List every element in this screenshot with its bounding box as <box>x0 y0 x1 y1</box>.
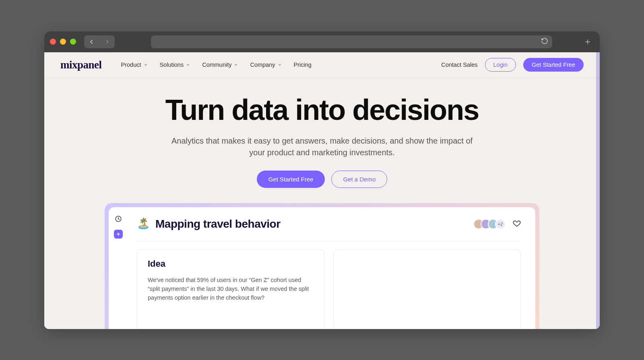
avatar-overflow: +2 <box>495 219 506 229</box>
get-started-button[interactable]: Get Started Free <box>523 58 584 72</box>
url-bar[interactable] <box>151 35 552 48</box>
add-button[interactable] <box>114 230 123 239</box>
hero: Turn data into decisions Analytics that … <box>44 78 600 188</box>
traffic-lights <box>50 39 76 45</box>
nav-link-label: Company <box>250 62 275 68</box>
dashboard-header: 🏝️ Mapping travel behavior +2 <box>137 218 521 241</box>
chevron-down-icon <box>144 63 148 67</box>
nav-link-solutions[interactable]: Solutions <box>160 62 190 68</box>
close-window-icon[interactable] <box>50 39 56 45</box>
contact-sales-link[interactable]: Contact Sales <box>441 62 477 68</box>
island-icon: 🏝️ <box>137 218 150 228</box>
nav-buttons <box>84 35 115 48</box>
nav-link-label: Community <box>202 62 231 68</box>
top-nav: mixpanel Product Solutions Community <box>44 52 600 78</box>
hero-ctas: Get Started Free Get a Demo <box>44 171 600 188</box>
maximize-window-icon[interactable] <box>70 39 76 45</box>
card-title: Idea <box>148 259 314 269</box>
nav-link-company[interactable]: Company <box>250 62 281 68</box>
page-content: mixpanel Product Solutions Community <box>44 52 600 329</box>
chevron-down-icon <box>278 63 282 67</box>
new-tab-button[interactable] <box>581 35 594 48</box>
hero-headline: Turn data into decisions <box>44 93 600 126</box>
dashboard-preview: 🏝️ Mapping travel behavior +2 <box>105 203 539 329</box>
nav-links: Product Solutions Community Company <box>121 62 312 68</box>
collaborator-avatars[interactable]: +2 <box>473 219 506 229</box>
nav-link-community[interactable]: Community <box>202 62 238 68</box>
hero-get-started-button[interactable]: Get Started Free <box>257 171 325 188</box>
hero-subtext: Analytics that makes it easy to get answ… <box>169 135 475 158</box>
card-idea[interactable]: Idea We've noticed that 59% of users in … <box>137 249 324 329</box>
dashboard-main: 🏝️ Mapping travel behavior +2 <box>128 207 535 329</box>
logo[interactable]: mixpanel <box>60 59 102 71</box>
nav-link-product[interactable]: Product <box>121 62 148 68</box>
nav-link-pricing[interactable]: Pricing <box>294 62 312 68</box>
forward-button[interactable] <box>99 35 115 48</box>
chevron-down-icon <box>186 63 190 67</box>
nav-link-label: Pricing <box>294 62 312 68</box>
dashboard-cards: Idea We've noticed that 59% of users in … <box>137 249 521 329</box>
nav-link-label: Solutions <box>160 62 184 68</box>
clock-icon[interactable] <box>115 215 122 222</box>
nav-link-label: Product <box>121 62 141 68</box>
browser-window: mixpanel Product Solutions Community <box>44 31 600 329</box>
chevron-down-icon <box>234 63 238 67</box>
card-empty[interactable] <box>333 249 521 329</box>
dashboard-title: Mapping travel behavior <box>155 218 281 230</box>
reload-icon[interactable] <box>541 37 548 46</box>
favorite-icon[interactable] <box>513 219 521 229</box>
hero-get-demo-button[interactable]: Get a Demo <box>331 171 387 188</box>
dashboard-rail <box>109 207 128 329</box>
back-button[interactable] <box>84 35 99 48</box>
login-button[interactable]: Login <box>485 58 516 72</box>
card-body: We've noticed that 59% of users in our “… <box>148 276 314 302</box>
browser-chrome <box>44 31 600 52</box>
scrollbar[interactable] <box>596 52 600 329</box>
minimize-window-icon[interactable] <box>60 39 66 45</box>
